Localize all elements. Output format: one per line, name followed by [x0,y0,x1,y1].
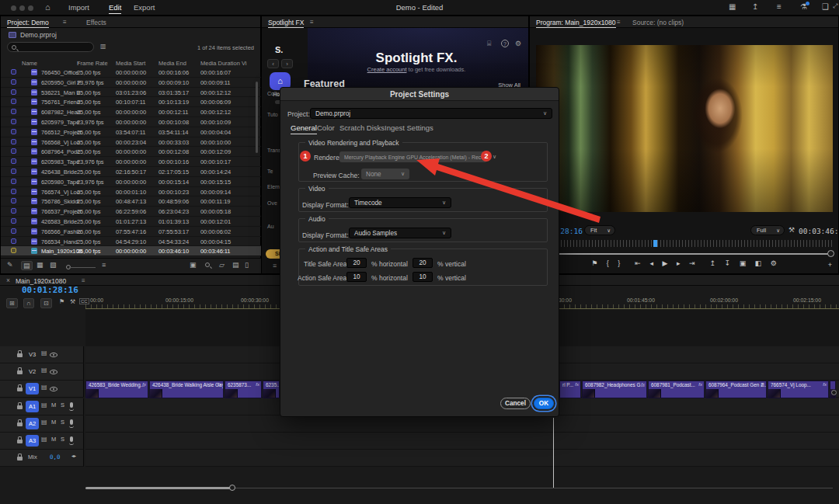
media-row[interactable]: 756786_Skiddi 25,00 fps 00:48:47:13 00:4… [1,196,261,207]
sidebar-menu-icon[interactable]: ≡ [273,262,277,269]
timeline-clip[interactable]: 426583_Bride Wedding... fx [85,381,148,398]
settings-wrench-icon[interactable]: ⚒ [789,226,795,234]
mix-track-header[interactable]: Mix0,0◂▸ [0,450,84,467]
media-row[interactable]: 6205983_Tape 23,976 fps 00:00:00:00 00:0… [1,157,261,167]
add-button[interactable]: + [828,261,832,269]
new-item-icon[interactable]: ▤ [232,261,239,269]
timeline-clip[interactable]: 6087982_Headphones G... fx [582,381,647,398]
media-checkbox[interactable] [11,228,16,234]
audio-track-header[interactable]: A1 ▤ M S [0,398,84,415]
delete-icon[interactable]: ▯ [245,261,249,269]
sidebar-item-trans[interactable]: Trans [267,148,281,153]
audio-track-header[interactable]: A3 ▤ M S [0,433,84,450]
media-checkbox[interactable] [11,208,16,214]
timeline-clip[interactable]: 6235... fx [263,381,280,398]
timeline-hscroll-thumb[interactable] [85,487,232,489]
media-list-scrollbar[interactable] [256,82,258,153]
solo-button[interactable]: S [61,436,64,443]
lock-icon[interactable] [17,370,23,374]
source-patch-icon[interactable]: ▤ [41,436,47,443]
media-row[interactable]: 6205950_Girl P 23,976 fps 00:00:00:00 00… [1,78,261,88]
edit-pencil-icon[interactable]: ✎ [7,261,13,269]
timeline-marker-button[interactable]: ⚑ [59,298,64,305]
timeline-clip[interactable]: 6235873... fx [225,381,262,398]
program-scrubber[interactable] [536,240,834,247]
media-row[interactable]: 6205980_Tape 23,976 fps 00:00:00:00 00:0… [1,177,261,187]
beta-flask-icon[interactable]: ⚗ [800,2,807,11]
source-patch-icon[interactable]: ▤ [41,401,47,408]
preview-cache-dropdown[interactable]: None∨ [361,169,409,179]
media-row[interactable]: 766566_Fashio 25,00 fps 07:55:47:16 07:5… [1,227,261,237]
tab-effects[interactable]: Effects [86,19,106,26]
tab-general[interactable]: General [291,123,317,134]
share-icon[interactable]: ↥ [752,2,758,11]
media-checkbox[interactable] [11,218,16,224]
media-row[interactable]: 6087964_Podc 25,00 fps 00:00:00:00 00:00… [1,147,261,157]
ok-button[interactable]: OK [534,398,554,409]
play-button[interactable]: ▶ [662,259,667,267]
source-patch-icon[interactable]: ▤ [41,384,47,391]
voiceover-mic-icon[interactable] [70,436,73,442]
fullscreen-icon[interactable]: ⤢ [833,2,837,10]
media-checkbox[interactable] [11,248,16,253]
media-checkbox[interactable] [11,129,16,134]
toggle-track-output-eye-icon[interactable] [50,353,57,357]
mute-button[interactable]: M [51,436,56,443]
timeline-clip[interactable]: rl P... fx [559,381,581,398]
extract-button[interactable]: ↧ [725,259,731,267]
toggle-track-output-eye-icon[interactable] [50,387,57,391]
media-checkbox[interactable] [11,79,16,85]
action-safe-horizontal-input[interactable] [346,272,367,282]
media-checkbox[interactable] [11,189,16,194]
source-patch-icon[interactable]: ▤ [41,349,47,356]
tab-spotlight-fx[interactable]: Spotlight FX [268,19,304,28]
media-checkbox[interactable] [11,119,16,124]
tab-ingest-settings[interactable]: Ingest Settings [385,123,433,132]
feedback-icon[interactable]: ❑ [822,2,829,11]
tab-color[interactable]: Color [317,123,335,132]
track-target-badge[interactable]: V3 [26,349,39,360]
lock-icon[interactable] [17,388,23,391]
solo-button[interactable]: S [61,419,64,426]
media-checkbox[interactable] [11,99,16,104]
video-track-header[interactable]: V3 ▤ [0,346,84,363]
media-checkbox[interactable] [11,179,16,184]
media-checkbox[interactable] [11,109,16,114]
renderer-dropdown[interactable]: Mercury Playback Engine GPU Acceleration… [339,151,487,162]
help-icon[interactable]: ? [501,40,509,47]
tab-project[interactable]: Project: Demo [7,19,49,28]
new-bin-icon[interactable]: ▱ [219,261,225,269]
video-track-header[interactable]: V1 ▤ [0,381,84,398]
mix-level-value[interactable]: 0,0 [50,454,61,461]
close-tab-icon[interactable]: × [6,276,10,284]
voiceover-mic-icon[interactable] [70,419,73,425]
lock-icon[interactable] [17,457,23,461]
sidebar-item-au[interactable]: Au [267,224,274,229]
track-target-badge[interactable]: V2 [26,366,39,377]
create-account-link[interactable]: Create account [367,66,407,73]
cancel-button[interactable]: Cancel [500,398,531,409]
fit-dropdown[interactable]: Fit∨ [584,225,615,235]
media-row[interactable]: 766568_Vj Loo 25,00 fps 00:00:23:04 00:0… [1,137,261,148]
find-icon[interactable] [205,261,210,269]
media-checkbox[interactable] [11,158,16,164]
title-safe-vertical-input[interactable] [413,258,433,268]
go-to-in-button[interactable]: ⇤ [635,259,641,267]
zoom-slider[interactable] [69,267,96,268]
step-back-button[interactable]: ◂ [649,259,653,267]
workspaces-menu-icon[interactable]: ≡ [777,2,782,11]
tab-sequence[interactable]: Main_1920x1080 [16,277,66,285]
audio-track-lane[interactable] [85,415,839,433]
panel-menu-icon[interactable]: ≡ [82,277,85,284]
automate-to-sequence-icon[interactable]: ▣ [190,261,197,269]
tab-scratch-disks[interactable]: Scratch Disks [339,123,385,132]
timeline-clip[interactable]: 766574_Vj Loop... fx [768,381,829,398]
lock-icon[interactable] [17,422,23,426]
media-row[interactable]: 756761_Friend 25,00 fps 00:10:07:11 00:1… [1,97,261,107]
media-row[interactable]: 766574_Vj Loo 25,00 fps 00:00:01:10 00:0… [1,187,261,197]
icon-view-button[interactable]: ▦ [37,261,44,269]
timeline-hscroll-handle[interactable] [229,485,235,491]
sidebar-item-tuto[interactable]: Tuto [267,112,278,117]
tab-source[interactable]: Source: (no clips) [632,19,684,26]
linked-selection-button[interactable]: ⊡ [40,298,52,308]
